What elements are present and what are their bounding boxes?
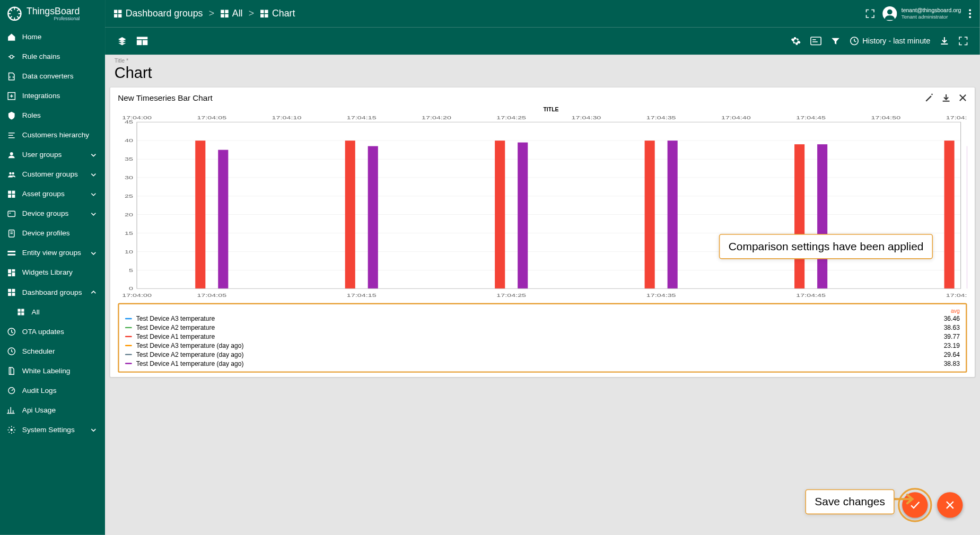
layers-icon[interactable] bbox=[117, 36, 127, 46]
sidebar-item-label: Api Usage bbox=[22, 406, 98, 415]
sidebar-item-ota-updates[interactable]: OTA updates bbox=[0, 322, 105, 341]
history-selector[interactable]: History - last minute bbox=[850, 36, 930, 46]
sidebar-item-widgets-library[interactable]: Widgets Library bbox=[0, 263, 105, 283]
dataconv-icon bbox=[7, 72, 16, 81]
more-vert-icon[interactable] bbox=[969, 9, 972, 19]
download-icon[interactable] bbox=[941, 93, 951, 103]
sidebar-item-roles[interactable]: Roles bbox=[0, 106, 105, 126]
gear-icon[interactable] bbox=[791, 36, 801, 46]
sidebar: ThingsBoard Professional HomeRule chains… bbox=[0, 0, 105, 535]
settings-icon bbox=[7, 425, 16, 435]
legend-swatch bbox=[125, 336, 132, 337]
integrations-icon bbox=[7, 91, 16, 101]
sidebar-item-api-usage[interactable]: Api Usage bbox=[0, 400, 105, 420]
legend: avg Test Device A3 temperature36.46Test … bbox=[118, 303, 967, 373]
svg-rect-22 bbox=[18, 309, 20, 311]
legend-row[interactable]: Test Device A2 temperature (day ago)29.6… bbox=[125, 350, 960, 359]
callout-save: Save changes bbox=[806, 489, 895, 515]
layouts-icon[interactable] bbox=[137, 37, 148, 45]
legend-swatch bbox=[125, 318, 132, 319]
scheduler-icon bbox=[7, 347, 16, 356]
svg-rect-24 bbox=[18, 312, 20, 315]
svg-point-3 bbox=[9, 172, 11, 174]
svg-rect-7 bbox=[8, 195, 11, 198]
legend-row[interactable]: Test Device A1 temperature (day ago)38.8… bbox=[125, 359, 960, 368]
svg-rect-95 bbox=[817, 144, 827, 288]
download-icon[interactable] bbox=[940, 36, 949, 46]
legend-name: Test Device A3 temperature (day ago) bbox=[136, 342, 944, 349]
svg-point-43 bbox=[887, 10, 892, 15]
svg-rect-51 bbox=[812, 39, 816, 40]
svg-rect-20 bbox=[8, 293, 11, 296]
svg-point-45 bbox=[969, 13, 971, 15]
breadcrumb-sep: > bbox=[249, 8, 254, 19]
breadcrumb-group[interactable]: All bbox=[220, 8, 242, 19]
svg-text:35: 35 bbox=[125, 156, 133, 162]
svg-rect-87 bbox=[218, 150, 228, 289]
sidebar-item-device-profiles[interactable]: Device profiles bbox=[0, 224, 105, 243]
hierarchy-icon bbox=[7, 130, 16, 140]
sidebar-item-white-labeling[interactable]: White Labeling bbox=[0, 361, 105, 381]
svg-rect-25 bbox=[21, 312, 24, 315]
sidebar-item-customers-hierarchy[interactable]: Customers hierarchy bbox=[0, 126, 105, 145]
svg-text:17:04:15: 17:04:15 bbox=[347, 115, 377, 121]
content: Title * Chart New Timeseries Bar Chart T… bbox=[105, 55, 980, 535]
sidebar-item-system-settings[interactable]: System Settings bbox=[0, 420, 105, 440]
svg-rect-89 bbox=[368, 146, 378, 289]
entity-alias-icon[interactable] bbox=[810, 36, 821, 46]
filter-icon[interactable] bbox=[831, 36, 841, 46]
callout-comparison: Comparison settings have been applied bbox=[719, 234, 933, 259]
breadcrumb-root[interactable]: Dashboard groups bbox=[113, 8, 203, 19]
svg-text:40: 40 bbox=[125, 138, 133, 144]
sidebar-item-audit-logs[interactable]: Audit Logs bbox=[0, 381, 105, 400]
svg-text:10: 10 bbox=[125, 249, 133, 255]
entityview-icon bbox=[7, 249, 16, 258]
sidebar-item-asset-groups[interactable]: Asset groups bbox=[0, 185, 105, 204]
svg-rect-9 bbox=[8, 211, 15, 216]
svg-text:17:04:45: 17:04:45 bbox=[796, 115, 826, 121]
svg-rect-94 bbox=[794, 144, 804, 288]
sidebar-item-customer-groups[interactable]: Customer groups bbox=[0, 165, 105, 185]
page-title[interactable]: Chart bbox=[110, 64, 975, 87]
svg-rect-21 bbox=[12, 293, 15, 296]
fullscreen-icon[interactable] bbox=[958, 36, 968, 46]
close-icon[interactable] bbox=[958, 93, 967, 102]
sidebar-item-entity-view-groups[interactable]: Entity view groups bbox=[0, 243, 105, 263]
breadcrumb: Dashboard groups > All > Chart bbox=[113, 8, 295, 19]
chart: 05101520253035404517:04:0017:04:0517:04:… bbox=[118, 113, 967, 301]
logo[interactable]: ThingsBoard Professional bbox=[0, 0, 105, 28]
svg-rect-93 bbox=[668, 141, 678, 288]
sidebar-item-integrations[interactable]: Integrations bbox=[0, 86, 105, 106]
legend-row[interactable]: Test Device A3 temperature (day ago)23.1… bbox=[125, 341, 960, 350]
edit-icon[interactable] bbox=[924, 93, 934, 103]
svg-rect-37 bbox=[225, 14, 228, 17]
sidebar-item-dashboard-groups[interactable]: Dashboard groups bbox=[0, 283, 105, 302]
sidebar-item-device-groups[interactable]: Device groups bbox=[0, 204, 105, 224]
sidebar-item-all[interactable]: All bbox=[0, 302, 105, 322]
user-menu[interactable]: tenant@thingsboard.org Tenant administra… bbox=[882, 6, 961, 21]
dashboard-icon bbox=[113, 10, 122, 18]
whitelabel-icon bbox=[7, 366, 16, 376]
widget-title: New Timeseries Bar Chart bbox=[118, 93, 213, 103]
chevron-down-icon bbox=[91, 172, 98, 178]
sidebar-item-data-converters[interactable]: Data converters bbox=[0, 67, 105, 86]
sidebar-item-scheduler[interactable]: Scheduler bbox=[0, 341, 105, 361]
legend-row[interactable]: Test Device A3 temperature36.46 bbox=[125, 314, 960, 323]
legend-row[interactable]: Test Device A1 temperature39.77 bbox=[125, 332, 960, 341]
sidebar-item-label: Entity view groups bbox=[22, 249, 85, 257]
widgets-icon bbox=[7, 268, 16, 278]
cancel-button[interactable] bbox=[937, 492, 962, 518]
sidebar-item-label: Roles bbox=[22, 111, 98, 120]
sidebar-item-user-groups[interactable]: User groups bbox=[0, 145, 105, 165]
legend-swatch bbox=[125, 363, 132, 364]
legend-row[interactable]: Test Device A2 temperature38.63 bbox=[125, 323, 960, 332]
svg-rect-17 bbox=[8, 274, 11, 276]
sidebar-item-rule-chains[interactable]: Rule chains bbox=[0, 47, 105, 67]
breadcrumb-item[interactable]: Chart bbox=[260, 8, 295, 19]
sidebar-item-home[interactable]: Home bbox=[0, 28, 105, 47]
legend-avg-header: avg bbox=[951, 308, 960, 314]
fullscreen-icon[interactable] bbox=[865, 9, 875, 19]
svg-point-44 bbox=[969, 9, 971, 11]
svg-text:17:04:55: 17:04:55 bbox=[946, 293, 967, 299]
svg-point-4 bbox=[12, 172, 14, 174]
